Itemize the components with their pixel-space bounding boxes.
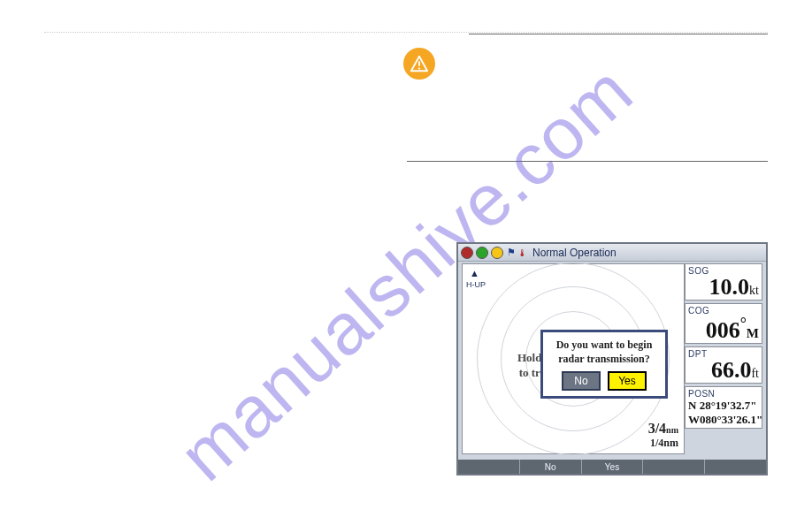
bookmark-icon: ⚑ <box>507 247 516 258</box>
posn-lat: N 28°19'32.7" <box>688 399 759 413</box>
dialog-buttons: No Yes <box>548 371 660 391</box>
dpt-unit: ft <box>751 367 759 380</box>
posn-lon: W080°33'26.1" <box>688 413 759 427</box>
warning-icon <box>403 48 435 80</box>
dialog-message: Do you want to begin radar transmission? <box>548 338 660 366</box>
softkey-yes[interactable]: Yes <box>582 460 644 474</box>
sog-unit: kt <box>749 284 759 297</box>
right-divider <box>407 161 768 162</box>
hold-hint-line: Hold <box>517 351 541 364</box>
radar-display: ▲ H-UP Hold to tr 3/4nm 1/4nm Do you wan… <box>462 263 685 454</box>
dialog-line: Do you want to begin <box>556 339 653 351</box>
led-red-icon <box>461 247 473 259</box>
right-divider-top <box>469 34 768 34</box>
title-mode: Normal Operation <box>532 247 617 259</box>
range-main: 3/4 <box>648 421 666 436</box>
sog-value: 10.0 <box>709 274 750 300</box>
svg-point-1 <box>418 67 420 69</box>
titlebar: ⚑ 🌡 Normal Operation <box>458 244 766 262</box>
panel-posn: POSN N 28°19'32.7" W080°33'26.1" <box>685 386 762 430</box>
softkey-bar: No Yes <box>458 460 766 474</box>
range-readout: 3/4nm 1/4nm <box>648 421 678 450</box>
side-panels: SOG 10.0kt COG 006°M DPT 66.0ft POSN N 2… <box>685 263 762 429</box>
panel-dpt: DPT 66.0ft <box>685 346 762 384</box>
dialog-line: radar transmission? <box>558 353 649 365</box>
hold-hint: Hold to tr <box>517 351 541 381</box>
cog-value: 006 <box>706 317 740 343</box>
panel-label: POSN <box>688 389 759 399</box>
led-yellow-icon <box>491 247 503 259</box>
softkey[interactable] <box>458 460 520 474</box>
dialog-yes-button[interactable]: Yes <box>608 371 647 391</box>
radar-device-window: ⚑ 🌡 Normal Operation ▲ H-UP Hold to tr 3… <box>456 242 768 476</box>
page-top-divider <box>44 32 768 33</box>
panel-sog: SOG 10.0kt <box>685 263 762 301</box>
softkey[interactable] <box>705 460 766 474</box>
softkey[interactable] <box>643 460 705 474</box>
thermometer-icon: 🌡 <box>517 247 527 258</box>
confirm-dialog: Do you want to begin radar transmission?… <box>540 330 668 399</box>
dpt-value: 66.0 <box>711 357 752 383</box>
range-unit: nm <box>666 425 678 435</box>
range-sub: 1/4nm <box>648 437 678 450</box>
hold-hint-line: to tr <box>519 366 540 379</box>
dialog-no-button[interactable]: No <box>562 371 601 391</box>
cog-unit: M <box>747 326 759 340</box>
panel-label: COG <box>688 306 759 316</box>
panel-cog: COG 006°M <box>685 303 762 344</box>
led-green-icon <box>476 247 488 259</box>
softkey-no[interactable]: No <box>520 460 582 474</box>
